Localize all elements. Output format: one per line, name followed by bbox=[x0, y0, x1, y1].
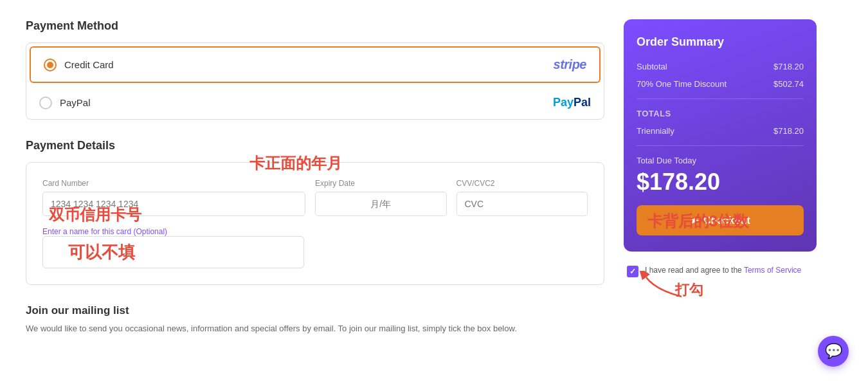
discount-value: $502.74 bbox=[773, 79, 804, 89]
card-name-group: Enter a name for this card (Optional) 可以… bbox=[42, 226, 304, 268]
credit-card-option[interactable]: Credit Card stripe bbox=[30, 46, 601, 83]
chat-icon: 💬 bbox=[825, 343, 842, 354]
annotation-cvv-text: 卡背后的3位数 bbox=[647, 211, 748, 232]
mailing-title: Join our mailing list bbox=[26, 304, 604, 317]
terms-checkbox-check: ✓ bbox=[629, 267, 636, 276]
credit-card-radio-fill bbox=[47, 62, 53, 68]
total-due-value: $178.20 bbox=[637, 169, 804, 196]
payment-options-container: Credit Card stripe PayPal PayPal bbox=[26, 42, 604, 120]
expiry-label: Expiry Date bbox=[315, 179, 447, 188]
mailing-section: Join our mailing list We would like to s… bbox=[26, 304, 604, 335]
order-summary-title: Order Summary bbox=[637, 35, 804, 49]
triennially-label: Triennially bbox=[637, 126, 674, 136]
subtotal-value: $718.20 bbox=[773, 62, 804, 71]
annotation-card-number-text: 双币信用卡号 bbox=[49, 205, 141, 225]
totals-header-row: Totals bbox=[637, 109, 804, 118]
triennially-row: Triennially $718.20 bbox=[637, 126, 804, 136]
card-name-row: Enter a name for this card (Optional) 可以… bbox=[42, 226, 588, 268]
payment-method-title: Payment Method bbox=[26, 19, 604, 33]
card-name-label: Enter a name for this card (Optional) bbox=[42, 227, 167, 236]
card-number-label: Card Number bbox=[42, 179, 305, 188]
terms-link[interactable]: Terms of Service bbox=[744, 266, 801, 275]
fields-wrapper: 卡正面的年月 Card Number 双币信用卡号 Expiry Date bbox=[42, 179, 588, 268]
card-name-input-wrapper: 可以不填 bbox=[42, 236, 304, 268]
card-number-group: Card Number 双币信用卡号 bbox=[42, 179, 305, 216]
triennially-value: $718.20 bbox=[773, 126, 804, 136]
discount-label: 70% One Time Discount bbox=[637, 79, 727, 89]
stripe-logo: stripe bbox=[554, 57, 586, 72]
card-row: 卡正面的年月 Card Number 双币信用卡号 Expiry Date bbox=[42, 179, 588, 216]
credit-card-label: Credit Card bbox=[64, 59, 554, 70]
discount-row: 70% One Time Discount $502.74 bbox=[637, 79, 804, 89]
subtotal-row: Subtotal $718.20 bbox=[637, 62, 804, 71]
summary-divider-1 bbox=[637, 98, 804, 99]
right-column: Order Summary Subtotal $718.20 70% One T… bbox=[624, 19, 817, 335]
annotation-optional-text: 可以不填 bbox=[68, 241, 135, 264]
paypal-radio[interactable] bbox=[39, 96, 52, 109]
payment-details-title: Payment Details bbox=[26, 139, 604, 152]
cvv-label: CVV/CVC2 bbox=[457, 179, 588, 188]
paypal-option[interactable]: PayPal PayPal bbox=[26, 86, 604, 119]
subtotal-label: Subtotal bbox=[637, 62, 667, 71]
paypal-logo: PayPal bbox=[553, 96, 591, 109]
annotation-dagu-wrapper: 打勾 bbox=[637, 280, 817, 300]
dagu-arrow bbox=[637, 271, 688, 303]
cvv-group: CVV/CVC2 卡背后的3位数 bbox=[457, 179, 588, 216]
summary-divider-2 bbox=[637, 145, 804, 146]
mailing-text: We would like to send you occasional new… bbox=[26, 322, 604, 335]
paypal-label: PayPal bbox=[60, 97, 553, 108]
annotation-dagu-text: 打勾 bbox=[675, 280, 817, 300]
totals-label: Totals bbox=[637, 109, 671, 118]
cvv-input[interactable] bbox=[457, 192, 588, 216]
payment-details-box: 卡正面的年月 Card Number 双币信用卡号 Expiry Date bbox=[26, 162, 604, 285]
annotation-expiry-text: 卡正面的年月 bbox=[249, 153, 342, 174]
expiry-group: Expiry Date bbox=[315, 179, 447, 216]
credit-card-radio[interactable] bbox=[44, 59, 57, 71]
total-due-label: Total Due Today bbox=[637, 156, 804, 165]
expiry-input[interactable] bbox=[315, 192, 447, 216]
